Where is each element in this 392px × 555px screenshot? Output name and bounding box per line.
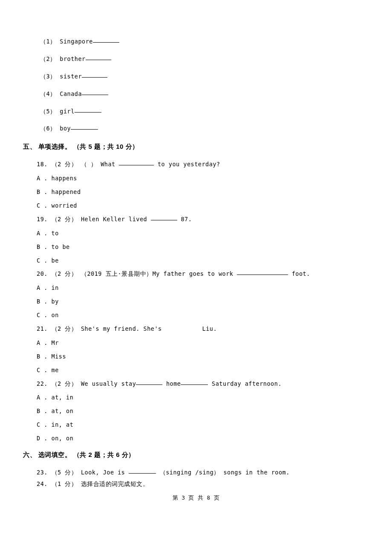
q20-option-b[interactable]: B . by	[37, 298, 369, 306]
vocab-word: girl	[60, 108, 75, 115]
vocab-num: （1）	[40, 38, 56, 45]
question-18: 18. （2 分） （ ） What to you yesterday?	[37, 160, 369, 168]
vocab-item-5: （5） girl	[40, 107, 369, 116]
q19-option-c[interactable]: C . be	[37, 257, 369, 265]
vocab-item-1: （1） Singapore	[40, 38, 369, 46]
q19-option-b[interactable]: B . to be	[37, 243, 369, 251]
q22-option-b[interactable]: B . at, on	[37, 407, 369, 415]
page-content: （1） Singapore （2） brother （3） sister （4）…	[0, 0, 392, 514]
question-21: 21. （2 分） She's my friend. She's Liu.	[37, 325, 369, 333]
vocab-item-6: （6） boy	[40, 124, 369, 133]
q20-suffix: foot.	[288, 270, 310, 277]
blank-input[interactable]	[119, 165, 154, 165]
q22-prefix: 22. （2 分） We usually stay	[37, 380, 136, 387]
question-23: 23. （5 分） Look, Joe is （singing /sing） s…	[37, 468, 369, 477]
question-24: 24. （1 分） 选择合适的词完成短文。	[37, 480, 369, 488]
q18-option-a[interactable]: A . happens	[37, 174, 369, 182]
blank-input[interactable]	[82, 77, 107, 78]
vocab-word: sister	[60, 73, 82, 80]
q19-prefix: 19. （2 分） Helen Keller lived	[37, 216, 151, 223]
blank-input[interactable]	[86, 60, 111, 60]
blank-input[interactable]	[181, 384, 208, 385]
blank-input[interactable]	[75, 112, 101, 113]
vocab-item-4: （4） Canada	[40, 90, 369, 98]
q19-suffix: 87.	[177, 216, 192, 223]
blank-input[interactable]	[82, 95, 108, 95]
page-footer: 第 3 页 共 8 页	[23, 494, 369, 502]
q18-prefix: 18. （2 分） （ ） What	[37, 161, 119, 168]
q23-suffix: （singing /sing） songs in the room.	[156, 469, 290, 476]
q18-option-b[interactable]: B . happened	[37, 188, 369, 196]
q22-mid: home	[162, 380, 181, 387]
blank-input[interactable]	[71, 129, 98, 130]
q24-text: 24. （1 分） 选择合适的词完成短文。	[37, 480, 149, 487]
q21-option-a[interactable]: A . Mr	[37, 339, 369, 347]
vocab-word: boy	[60, 125, 71, 132]
blank-input[interactable]	[136, 384, 162, 385]
blank-input[interactable]	[237, 275, 288, 275]
q21-option-b[interactable]: B . Miss	[37, 353, 369, 361]
q18-option-c[interactable]: C . worried	[37, 202, 369, 210]
question-19: 19. （2 分） Helen Keller lived 87.	[37, 215, 369, 223]
q22-option-d[interactable]: D . on, on	[37, 434, 369, 442]
vocab-num: （6）	[40, 125, 56, 132]
q23-prefix: 23. （5 分） Look, Joe is	[37, 469, 129, 476]
section-6-header: 六、 选词填空。 （共 2 题；共 6 分）	[23, 450, 369, 459]
vocab-item-3: （3） sister	[40, 72, 369, 81]
question-22: 22. （2 分） We usually stay home Saturday …	[37, 380, 369, 388]
blank-input[interactable]	[151, 220, 177, 220]
blank-input[interactable]	[93, 42, 119, 43]
blank-input[interactable]	[129, 473, 156, 474]
q22-option-a[interactable]: A . at, in	[37, 393, 369, 402]
vocab-item-2: （2） brother	[40, 55, 369, 63]
q20-option-a[interactable]: A . in	[37, 284, 369, 292]
q20-option-c[interactable]: C . on	[37, 311, 369, 319]
vocab-num: （5）	[40, 108, 56, 115]
q22-option-c[interactable]: C . in, at	[37, 421, 369, 429]
q19-option-a[interactable]: A . to	[37, 229, 369, 237]
q21-option-c[interactable]: C . me	[37, 366, 369, 374]
vocab-num: （4）	[40, 90, 56, 97]
q18-suffix: to you yesterday?	[154, 161, 220, 168]
section-5-header: 五、 单项选择。 （共 5 题；共 10 分）	[23, 142, 369, 151]
q22-suffix: Saturday afternoon.	[208, 380, 282, 387]
vocab-word: brother	[60, 55, 85, 62]
vocab-num: （2）	[40, 55, 56, 62]
vocab-word: Canada	[60, 90, 82, 97]
vocab-word: Singapore	[60, 38, 93, 45]
question-20: 20. （2 分） （2019 五上·景县期中）My father goes t…	[37, 270, 369, 278]
q20-prefix: 20. （2 分） （2019 五上·景县期中）My father goes t…	[37, 270, 237, 277]
vocab-num: （3）	[40, 73, 56, 80]
q21-text: 21. （2 分） She's my friend. She's Liu.	[37, 325, 217, 332]
